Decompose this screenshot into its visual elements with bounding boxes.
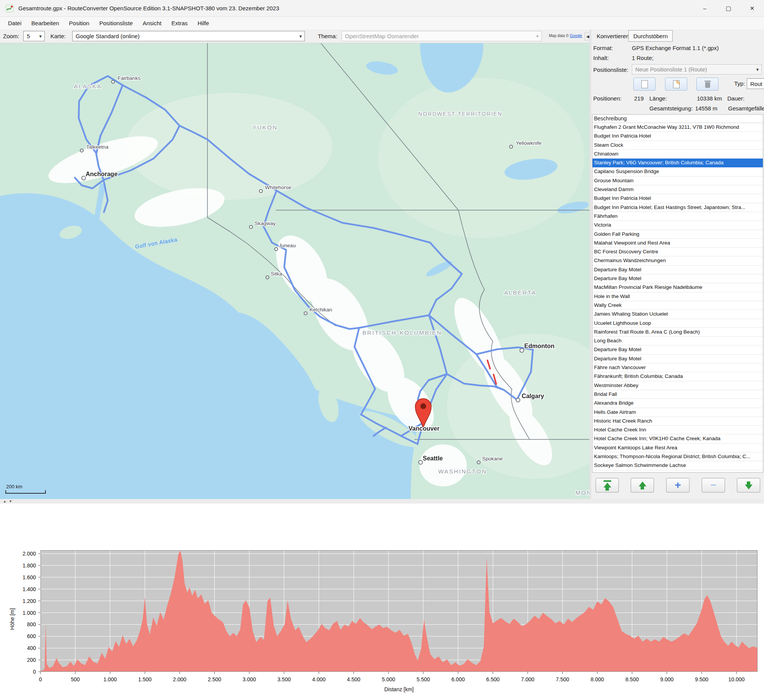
position-row[interactable]: Bridal Fall	[592, 390, 763, 399]
position-row[interactable]: Grouse Mountain	[592, 177, 763, 185]
maximize-icon: ▢	[726, 5, 731, 12]
position-row[interactable]: Sockeye Salmon Schwimmende Lachse	[592, 461, 763, 470]
menu-bar: Datei Bearbeiten Position Positionsliste…	[0, 17, 764, 29]
delete-positionlist-button[interactable]	[696, 78, 719, 91]
position-row[interactable]: Departure Bay Motel	[592, 266, 763, 274]
position-row[interactable]: Budget Inn Patricia Hotel	[592, 132, 763, 141]
map-label-sitka: Sitka	[271, 271, 283, 277]
y-tick-label: 1.600	[7, 574, 36, 580]
position-label: Capilano Suspension Bridge	[594, 169, 659, 174]
menu-position[interactable]: Position	[64, 17, 94, 29]
position-row[interactable]: Departure Bay Motel	[592, 274, 763, 283]
position-row[interactable]: Steam Clock	[592, 141, 763, 150]
y-tick-label: 2.000	[7, 551, 36, 557]
x-tick-label: 2.500	[208, 676, 221, 682]
position-row[interactable]: MacMillan Provincial Park Riesige Nadelb…	[592, 283, 763, 292]
y-tick-label: 1.400	[7, 586, 36, 592]
map-toolbar: Zoom: 5 ▼ Karte: Google Standard (online…	[0, 29, 589, 43]
map-canvas[interactable]: ALASKA YUKON NORDWEST-TERRITORIEN BRITIS…	[0, 43, 589, 499]
y-tick-label: 1.200	[7, 598, 36, 604]
position-row[interactable]: Hole in the Wall	[592, 292, 763, 301]
position-label: Hotel Cache Creek Inn	[594, 427, 646, 433]
horizontal-splitter[interactable]: ▲ ▼	[0, 499, 764, 504]
tab-konvertieren[interactable]: Konvertieren	[592, 30, 634, 42]
position-row[interactable]: Capilano Suspension Bridge	[592, 167, 763, 176]
position-label: Chinatown	[594, 151, 618, 157]
position-row[interactable]: Ucuelet Lighthouse Loop	[592, 319, 763, 328]
position-row[interactable]: Departure Bay Motel	[592, 355, 763, 363]
theme-select[interactable]: OpenStreetMap Osmarender ▼	[342, 31, 542, 41]
minimize-button[interactable]: –	[693, 0, 717, 16]
position-row[interactable]: Historic Hat Creek Ranch	[592, 417, 763, 426]
position-row[interactable]: Malahat Viewpoint und Rest Area	[592, 239, 763, 248]
app-icon	[5, 4, 14, 13]
position-row[interactable]: Budget Inn Patricia Hotel; East Hastings…	[592, 203, 763, 212]
position-row[interactable]: Salmon Arm Wharf	[592, 470, 763, 473]
position-row[interactable]: Viewpoint Kamloops Lake Rest Area	[592, 444, 763, 452]
position-row[interactable]: Chinatown	[592, 150, 763, 159]
position-row[interactable]: Fährhafen	[592, 212, 763, 221]
position-row[interactable]: Flughafen 2 Grant McConachie Way 3211, V…	[592, 123, 763, 132]
position-row[interactable]: Chermainus Wandzeichnungen	[592, 256, 763, 265]
maximize-button[interactable]: ▢	[717, 0, 740, 16]
menu-extras[interactable]: Extras	[167, 17, 193, 29]
move-down-button[interactable]	[737, 478, 760, 493]
menu-hilfe[interactable]: Hilfe	[193, 17, 214, 29]
position-row[interactable]: BC Forest Discovery Centre	[592, 248, 763, 256]
position-row[interactable]: Jamies Whaling Station Ucluelet	[592, 310, 763, 319]
position-row[interactable]: Cleveland Damm	[592, 185, 763, 194]
position-row[interactable]: Hotel Cache Creek Inn	[592, 426, 763, 434]
position-row[interactable]: Victoria	[592, 221, 763, 230]
map-label-whitehorse: Whitehorse	[265, 185, 291, 190]
position-row[interactable]: Wally Creek	[592, 301, 763, 310]
pencil-icon: ✎	[676, 79, 681, 86]
rename-positionlist-button[interactable]: ✎	[665, 78, 687, 91]
position-row[interactable]: Westminster Abbey	[592, 381, 763, 390]
attribution-google-link[interactable]: Google	[570, 34, 582, 38]
position-row[interactable]: Stanley Park; V6G Vancouver; British Col…	[592, 159, 763, 167]
position-label: Long Beach	[594, 338, 622, 344]
new-positionlist-button[interactable]	[633, 78, 656, 91]
move-up-button[interactable]	[631, 478, 654, 493]
position-row[interactable]: Alexandra Bridge	[592, 399, 763, 408]
add-position-button[interactable]: +	[666, 478, 690, 493]
position-row[interactable]: Budget Inn Patricia Hotel	[592, 194, 763, 203]
type-select[interactable]: Rout	[747, 78, 764, 89]
zoom-select[interactable]: 5 ▼	[23, 31, 45, 41]
position-row[interactable]: Fährankunft; British Columbia; Canada	[592, 372, 763, 381]
splitter-down-icon[interactable]: ▼	[9, 499, 12, 503]
menu-bearbeiten[interactable]: Bearbeiten	[26, 17, 64, 29]
position-label: Wally Creek	[594, 302, 622, 308]
position-row[interactable]: Kamloops; Thompson-Nicola Regional Distr…	[592, 452, 763, 461]
position-row[interactable]: Golden Fall Parking	[592, 230, 763, 239]
position-table: Beschreibung Flughafen 2 Grant McConachi…	[592, 114, 763, 473]
position-label: Jamies Whaling Station Ucluelet	[594, 311, 668, 317]
position-label: Rainforest Trail Route B, Area C (Long B…	[594, 329, 700, 335]
position-label: Grouse Mountain	[594, 178, 634, 183]
position-row[interactable]: Long Beach	[592, 337, 763, 345]
position-label: Cleveland Damm	[594, 186, 634, 192]
x-tick-label: 2.000	[173, 676, 186, 682]
map-select[interactable]: Google Standard (online) ▼	[72, 31, 305, 41]
remove-position-button[interactable]: −	[702, 478, 725, 493]
map-attribution: Map data © Google	[549, 34, 582, 38]
position-label: Departure Bay Motel	[594, 275, 641, 281]
splitter-up-icon[interactable]: ▲	[3, 499, 6, 503]
y-tick-label: 800	[7, 621, 36, 627]
position-row[interactable]: Departure Bay Motel	[592, 345, 763, 354]
position-row[interactable]: Rainforest Trail Route B, Area C (Long B…	[592, 328, 763, 337]
move-to-top-button[interactable]	[596, 478, 619, 493]
menu-positionsliste[interactable]: Positionsliste	[94, 17, 138, 29]
type-label: Typ:	[734, 80, 745, 87]
positionlist-select[interactable]: Neue Positionsliste 1 (Route) ▼	[632, 64, 762, 75]
menu-datei[interactable]: Datei	[3, 17, 26, 29]
position-label: Departure Bay Motel	[594, 356, 641, 361]
close-button[interactable]: ✕	[740, 0, 764, 16]
position-row[interactable]: Hells Gate Airtram	[592, 408, 763, 417]
position-row[interactable]: Fähre nach Vancouver	[592, 363, 763, 372]
x-tick-label: 3.000	[243, 676, 256, 682]
position-row[interactable]: Hotel Cache Creek Inn; V0K1H0 Cache Cree…	[592, 434, 763, 443]
menu-ansicht[interactable]: Ansicht	[138, 17, 167, 29]
tab-durchstoebern[interactable]: Durchstöbern	[628, 30, 673, 42]
position-label: Hole in the Wall	[594, 293, 630, 299]
